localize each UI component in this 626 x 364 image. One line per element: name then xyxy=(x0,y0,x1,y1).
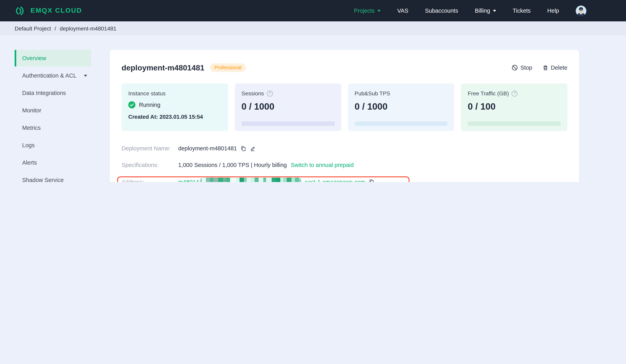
nav-item-help[interactable]: Help xyxy=(547,7,559,14)
sidebar-item-monitor[interactable]: Monitor xyxy=(15,102,91,119)
stat-card-sessions: Sessions ? 0 / 1000 xyxy=(235,83,341,131)
stop-icon xyxy=(511,65,518,71)
sidebar-item-authentication-acl[interactable]: Authentication & ACL xyxy=(15,67,91,84)
chevron-down-icon xyxy=(84,74,87,76)
stats-row: Instance status Running Created A xyxy=(121,83,567,131)
specifications-value: 1,000 Sessions / 1,000 TPS | Hourly bill… xyxy=(178,162,287,168)
emqx-cloud-console: EMQX CLOUD Projects VAS Subaccounts Bill… xyxy=(0,0,626,182)
stat-card-free-traffic: Free Traffic (GB) ? 0 / 100 xyxy=(461,83,568,131)
deployment-name-label: Deployment Name: xyxy=(121,145,178,151)
chevron-down-icon xyxy=(493,10,496,12)
main-content: deployment-m4801481 Professional Stop xyxy=(110,50,579,182)
nav-item-tickets[interactable]: Tickets xyxy=(513,7,531,14)
nav-item-projects[interactable]: Projects xyxy=(354,7,381,14)
switch-annual-prepaid-link[interactable]: Switch to annual prepaid xyxy=(291,162,354,168)
sidebar-item-alerts[interactable]: Alerts xyxy=(15,154,91,171)
chevron-down-icon xyxy=(378,10,381,12)
trash-icon xyxy=(543,65,548,71)
sessions-progress-bar xyxy=(241,121,335,126)
check-circle-icon xyxy=(128,101,135,109)
breadcrumb-deployment: deployment-m4801481 xyxy=(60,25,116,32)
nav-item-subaccounts[interactable]: Subaccounts xyxy=(425,7,458,14)
edit-icon[interactable] xyxy=(250,146,256,151)
sidebar-item-overview[interactable]: Overview xyxy=(15,50,91,67)
top-navbar: EMQX CLOUD Projects VAS Subaccounts Bill… xyxy=(0,0,626,21)
brand-name: EMQX CLOUD xyxy=(31,7,82,15)
deployment-name-value: deployment-m4801481 xyxy=(178,145,237,151)
tps-value: 0 / 1000 xyxy=(354,101,448,112)
specifications-label: Specifications: xyxy=(121,162,178,168)
emqx-logo-icon xyxy=(14,5,25,16)
instance-status-text: Running xyxy=(139,102,160,108)
delete-button[interactable]: Delete xyxy=(543,65,567,71)
traffic-progress-bar xyxy=(468,121,561,126)
navbar-menu: Projects VAS Subaccounts Billing Tickets… xyxy=(354,5,626,16)
question-circle-icon[interactable]: ? xyxy=(267,90,273,96)
user-avatar[interactable] xyxy=(576,5,587,16)
deployment-details: Deployment Name: deployment-m4801481 xyxy=(121,145,567,182)
breadcrumb-separator: / xyxy=(55,25,56,32)
deployment-title: deployment-m4801481 xyxy=(121,63,204,72)
nav-item-billing[interactable]: Billing xyxy=(475,7,496,14)
sidebar-item-shadow-service[interactable]: Shadow Service xyxy=(15,172,91,182)
sessions-value: 0 / 1000 xyxy=(241,101,335,112)
address-label: Address: xyxy=(121,179,178,182)
sidebar-item-metrics[interactable]: Metrics xyxy=(15,119,91,136)
address-redaction xyxy=(200,178,302,182)
stat-card-pubsub-tps: Pub&Sub TPS 0 / 1000 xyxy=(348,83,454,131)
stop-button[interactable]: Stop xyxy=(511,65,532,71)
plan-badge: Professional xyxy=(210,63,246,72)
tps-progress-bar xyxy=(354,121,448,126)
sidebar-item-data-integrations[interactable]: Data Integrations xyxy=(15,85,91,101)
question-circle-icon[interactable]: ? xyxy=(511,90,517,96)
address-suffix: -east-1.amazonaws.com xyxy=(303,179,365,182)
deployment-overview-card: deployment-m4801481 Professional Stop xyxy=(110,50,579,182)
brand-logo[interactable]: EMQX CLOUD xyxy=(14,5,82,16)
address-prefix: m48014 xyxy=(178,179,199,182)
breadcrumb: Default Project / deployment-m4801481 xyxy=(0,21,626,35)
copy-icon[interactable] xyxy=(369,179,375,182)
nav-item-vas[interactable]: VAS xyxy=(397,7,408,14)
sidebar: Overview Authentication & ACL Data Integ… xyxy=(0,50,110,182)
stat-card-instance-status: Instance status Running Created A xyxy=(121,83,228,131)
copy-icon[interactable] xyxy=(240,146,246,151)
sidebar-item-logs[interactable]: Logs xyxy=(15,137,91,153)
created-at-text: Created At: 2023.01.05 15:54 xyxy=(128,113,221,120)
breadcrumb-project[interactable]: Default Project xyxy=(15,25,51,32)
traffic-value: 0 / 100 xyxy=(468,101,561,112)
